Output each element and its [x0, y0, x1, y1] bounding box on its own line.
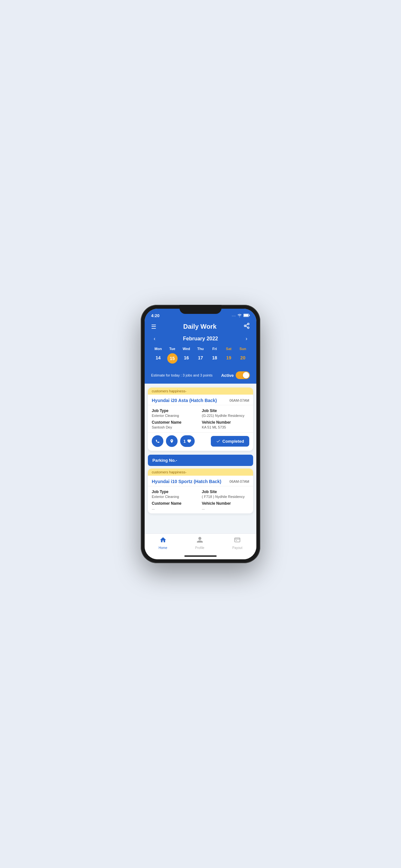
nav-home-label: Home [158, 546, 167, 550]
bottom-nav: Home Profile Payout [145, 533, 256, 554]
card-details-1: Job Type Exterior Cleaning Job Site (G-2… [148, 405, 253, 432]
job-type-label-2: Job Type [152, 490, 199, 494]
job-site-value: (G-221) Nydhile Residency [202, 414, 249, 417]
heart-count: 1 [183, 439, 186, 444]
heart-button[interactable]: 1 [180, 435, 195, 447]
job-card-2: customers happiness- Hyundai i10 Sportz … [148, 469, 253, 514]
parking-banner: Parking No.- [148, 455, 253, 466]
calendar-nav: ‹ February 2022 › [151, 335, 250, 343]
vehicle-number-label-2: Vehicle Number [202, 501, 249, 506]
svg-rect-1 [244, 314, 248, 316]
action-icons-1: 1 [152, 435, 195, 447]
job-type-value: Exterior Cleaning [152, 414, 199, 417]
wifi-icon [237, 314, 242, 318]
job-site-label: Job Site [202, 408, 249, 413]
card-details-2: Job Type Exterior Cleaning Job Site ( F7… [148, 486, 253, 514]
car-title-1: Hyundai i20 Asta (Hatch Back) [152, 398, 217, 403]
location-button[interactable] [166, 435, 178, 447]
completed-label: Completed [222, 439, 244, 444]
date-17[interactable]: 17 [193, 353, 208, 364]
customer-name-label-2: Customer Name [152, 501, 199, 506]
vehicle-number-value-2: ... [202, 506, 249, 510]
active-label: Active [221, 373, 234, 378]
job-site-item-2: Job Site ( F718 ) Nydhile Residency [202, 490, 249, 499]
calendar-section: ‹ February 2022 › Mon Tue Wed Thu Fri Sa… [145, 335, 256, 369]
scroll-content[interactable]: customers happiness- Hyundai i20 Asta (H… [145, 383, 256, 533]
job-type-item-2: Job Type Exterior Cleaning [152, 490, 199, 499]
home-indicator [145, 554, 256, 559]
job-card-1: customers happiness- Hyundai i20 Asta (H… [148, 388, 253, 451]
payout-icon [234, 536, 241, 545]
status-time: 4:20 [151, 313, 159, 318]
phone-button[interactable] [152, 435, 163, 447]
share-button[interactable] [243, 322, 250, 331]
app-header: ☰ Daily Work [145, 320, 256, 335]
home-bar [184, 555, 217, 557]
profile-icon [196, 536, 204, 545]
svg-line-7 [246, 324, 248, 325]
day-mon: Mon [151, 346, 165, 351]
time-slot-1: 06AM-07AM [229, 399, 249, 402]
nav-profile[interactable]: Profile [195, 536, 204, 550]
next-month-button[interactable]: › [243, 335, 250, 343]
estimate-bar: Estimate for today : 3 jobs and 3 points… [145, 369, 256, 383]
date-15[interactable]: 15 [167, 353, 178, 364]
toggle-knob [243, 372, 249, 378]
day-sat: Sat [222, 346, 236, 351]
day-sun: Sun [236, 346, 250, 351]
job-site-label-2: Job Site [202, 490, 249, 494]
phone-screen: 4:20 ···· [145, 309, 256, 559]
job-type-item: Job Type Exterior Cleaning [152, 408, 199, 417]
svg-line-6 [246, 326, 248, 327]
customer-name-item-2: Customer Name ... [152, 501, 199, 510]
date-14[interactable]: 14 [151, 353, 165, 364]
estimate-text: Estimate for today : 3 jobs and 3 points [151, 373, 212, 377]
calendar-days-header: Mon Tue Wed Thu Fri Sat Sun [151, 346, 250, 351]
customer-name-value-2: ... [152, 506, 199, 510]
card-header-1: Hyundai i20 Asta (Hatch Back) 06AM-07AM [148, 395, 253, 405]
svg-rect-2 [249, 315, 250, 316]
svg-rect-8 [235, 538, 240, 542]
dots-icon: ···· [232, 314, 236, 318]
time-slot-2: 06AM-07AM [229, 479, 249, 484]
vehicle-number-value: KA 51 ML 5735 [202, 425, 249, 429]
job-type-value-2: Exterior Cleaning [152, 495, 199, 499]
card-actions-1: 1 Completed [148, 432, 253, 451]
day-tue: Tue [165, 346, 180, 351]
job-type-label: Job Type [152, 408, 199, 413]
day-thu: Thu [193, 346, 208, 351]
customer-name-value: Santosh Dey [152, 425, 199, 429]
nav-profile-label: Profile [195, 546, 204, 550]
car-title-2: Hyundai i10 Sportz (Hatch Back) [152, 479, 221, 484]
notch [180, 305, 221, 314]
svg-rect-9 [236, 540, 237, 541]
date-20[interactable]: 20 [236, 353, 250, 364]
job-site-item: Job Site (G-221) Nydhile Residency [202, 408, 249, 417]
customer-name-label: Customer Name [152, 420, 199, 425]
card-banner-2: customers happiness- [148, 469, 253, 476]
nav-payout-label: Payout [233, 546, 243, 550]
page-title: Daily Work [183, 323, 217, 330]
vehicle-number-item-2: Vehicle Number ... [202, 501, 249, 510]
completed-button[interactable]: Completed [211, 436, 249, 446]
status-icons: ···· [232, 314, 250, 318]
customer-name-item: Customer Name Santosh Dey [152, 420, 199, 429]
prev-month-button[interactable]: ‹ [151, 335, 158, 343]
calendar-dates: 14 15 16 17 18 19 20 [151, 353, 250, 364]
calendar-month-year: February 2022 [183, 336, 218, 342]
home-icon [159, 536, 166, 545]
active-toggle: Active [221, 371, 250, 379]
card-banner-1: customers happiness- [148, 388, 253, 395]
date-19[interactable]: 19 [222, 353, 236, 364]
nav-payout[interactable]: Payout [233, 536, 243, 550]
phone-frame: 4:20 ···· [141, 305, 260, 563]
vehicle-number-item: Vehicle Number KA 51 ML 5735 [202, 420, 249, 429]
card-header-2: Hyundai i10 Sportz (Hatch Back) 06AM-07A… [148, 476, 253, 486]
active-toggle-switch[interactable] [236, 371, 250, 379]
day-fri: Fri [208, 346, 222, 351]
date-18[interactable]: 18 [208, 353, 222, 364]
menu-button[interactable]: ☰ [151, 323, 156, 330]
date-16[interactable]: 16 [179, 353, 193, 364]
nav-home[interactable]: Home [158, 536, 167, 550]
vehicle-number-label: Vehicle Number [202, 420, 249, 425]
